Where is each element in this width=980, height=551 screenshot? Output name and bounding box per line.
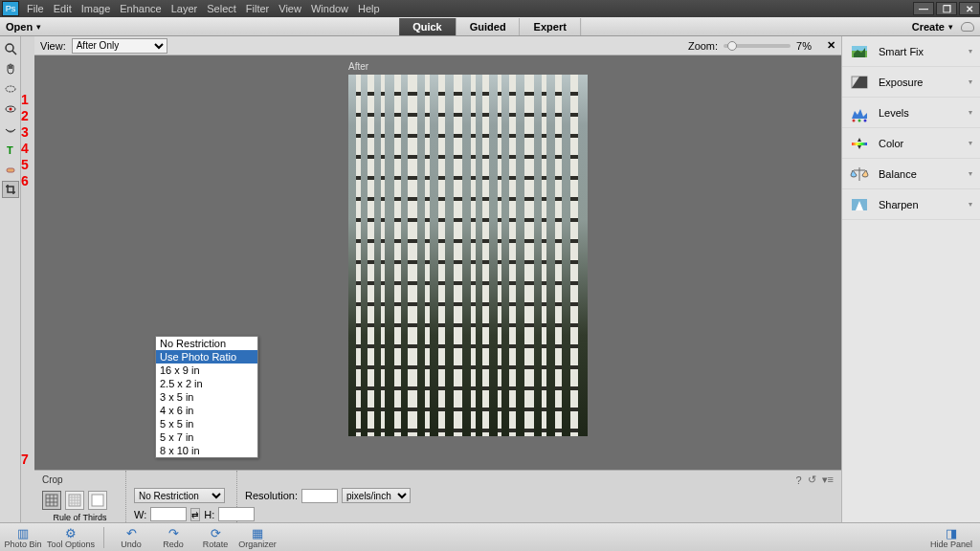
chevron-down-icon: ▾ [969, 139, 972, 147]
menu-image[interactable]: Image [81, 3, 111, 14]
preset-use-photo-ratio[interactable]: Use Photo Ratio [156, 350, 257, 364]
resolution-label: Resolution: [245, 490, 298, 501]
preset-8x10[interactable]: 8 x 10 in [156, 444, 257, 457]
zoom-tool-icon[interactable] [2, 40, 19, 57]
menu-edit[interactable]: Edit [54, 3, 72, 14]
tool-options-button[interactable]: ⚙Tool Options [46, 526, 96, 549]
photo-bin-icon: ▥ [17, 526, 29, 540]
panel-smart-fix[interactable]: Smart Fix▾ [842, 36, 980, 67]
view-bar: View: After Only Zoom: 7% ✕ [34, 36, 841, 55]
resolution-unit-select[interactable]: pixels/inch [342, 488, 411, 503]
annotation-numbers: 1 2 3 4 5 6 7 [21, 36, 34, 522]
panel-label: Exposure [879, 77, 923, 88]
organizer-icon: ▦ [252, 526, 263, 540]
hand-tool-icon[interactable] [2, 60, 19, 77]
panel-color[interactable]: Color▾ [842, 128, 980, 159]
mode-tabs: Quick Guided Expert [399, 18, 581, 35]
preset-5x7[interactable]: 5 x 7 in [156, 430, 257, 444]
create-chevron-icon[interactable]: ▾ [948, 22, 953, 32]
panel-sharpen[interactable]: Sharpen▾ [842, 189, 980, 220]
menu-filter[interactable]: Filter [246, 3, 269, 14]
undo-button[interactable]: ↶Undo [112, 526, 150, 549]
panel-label: Balance [879, 168, 917, 180]
zoom-slider-knob[interactable] [727, 41, 737, 51]
chevron-down-icon: ▾ [969, 169, 972, 178]
create-button[interactable]: Create [912, 21, 945, 33]
whiten-tool-icon[interactable] [2, 121, 19, 138]
menu-help[interactable]: Help [358, 3, 380, 14]
menu-layer[interactable]: Layer [171, 3, 198, 14]
menu-view[interactable]: View [278, 3, 301, 14]
mode-expert[interactable]: Expert [521, 18, 581, 35]
zoom-slider[interactable] [724, 44, 791, 48]
preset-5x5[interactable]: 5 x 5 in [156, 417, 257, 430]
open-button[interactable]: Open [6, 21, 33, 33]
overlay-none-icon[interactable] [88, 491, 107, 510]
document-image[interactable] [348, 75, 588, 436]
annotation-7: 7 [21, 452, 34, 468]
crop-tool-icon[interactable] [2, 181, 19, 198]
view-label: View: [40, 40, 66, 52]
cloud-icon[interactable] [961, 22, 974, 32]
svg-rect-19 [92, 495, 103, 506]
svg-point-0 [6, 44, 13, 52]
view-select[interactable]: After Only [72, 38, 167, 54]
close-button[interactable]: ✕ [959, 2, 980, 15]
overlay-grid-icon[interactable] [65, 491, 84, 510]
color-icon [850, 134, 869, 153]
rotate-button[interactable]: ⟳Rotate [196, 526, 234, 549]
smart-fix-icon [850, 42, 869, 61]
redo-button[interactable]: ↷Redo [154, 526, 192, 549]
healing-tool-icon[interactable] [2, 161, 19, 178]
svg-point-2 [6, 86, 15, 92]
selection-tool-icon[interactable] [2, 80, 19, 98]
menu-select[interactable]: Select [207, 3, 236, 14]
crop-preset-select[interactable]: No Restriction [134, 488, 225, 503]
options-menu-icon[interactable]: ▾≡ [822, 474, 834, 486]
rule-of-thirds-label: Rule of Thirds [42, 513, 118, 522]
adjustments-panel: Smart Fix▾ Exposure▾ Levels▾ Color▾ Bala… [841, 36, 980, 522]
help-icon[interactable]: ? [795, 474, 801, 486]
mode-guided[interactable]: Guided [457, 18, 521, 35]
menu-window[interactable]: Window [311, 3, 348, 14]
open-chevron-icon[interactable]: ▾ [36, 22, 41, 32]
minimize-button[interactable]: — [913, 2, 934, 15]
crop-preset-popup: No Restriction Use Photo Ratio 16 x 9 in… [155, 336, 258, 458]
preset-3x5[interactable]: 3 x 5 in [156, 390, 257, 404]
preset-no-restriction[interactable]: No Restriction [156, 337, 257, 350]
panel-label: Color [879, 138, 903, 149]
redeye-tool-icon[interactable] [2, 100, 19, 118]
height-label: H: [204, 509, 214, 520]
organizer-button[interactable]: ▦Organizer [238, 526, 277, 549]
swap-wh-icon[interactable]: ⇄ [190, 508, 200, 521]
mode-quick[interactable]: Quick [399, 18, 457, 35]
menu-enhance[interactable]: Enhance [120, 3, 161, 14]
balance-icon [850, 165, 869, 184]
resolution-input[interactable] [301, 489, 338, 503]
width-label: W: [134, 509, 146, 520]
preset-25x2[interactable]: 2.5 x 2 in [156, 377, 257, 390]
preset-16x9[interactable]: 16 x 9 in [156, 364, 257, 377]
tool-options-bar: Crop Rule of Thirds No Restriction W: ⇄ … [34, 470, 841, 522]
close-document-icon[interactable]: ✕ [827, 39, 835, 52]
photo-bin-button[interactable]: ▥Photo Bin [4, 526, 42, 549]
options-title: Crop [42, 474, 118, 485]
svg-rect-7 [46, 495, 57, 506]
overlay-thirds-icon[interactable] [42, 491, 61, 510]
panel-levels[interactable]: Levels▾ [842, 98, 980, 128]
width-input[interactable] [150, 507, 187, 521]
hide-panel-button[interactable]: ◨Hide Panel [926, 526, 976, 549]
undo-icon: ↶ [126, 526, 137, 540]
maximize-button[interactable]: ❐ [936, 2, 957, 15]
preset-4x6[interactable]: 4 x 6 in [156, 404, 257, 417]
svg-rect-6 [7, 168, 14, 172]
text-tool-icon[interactable]: T [2, 141, 19, 158]
zoom-label: Zoom: [688, 40, 718, 52]
panel-balance[interactable]: Balance▾ [842, 159, 980, 189]
menu-bar: File Edit Image Enhance Layer Select Fil… [21, 3, 380, 14]
tool-options-icon: ⚙ [65, 526, 77, 540]
svg-point-24 [858, 119, 861, 121]
menu-file[interactable]: File [27, 3, 44, 14]
reset-icon[interactable]: ↺ [808, 474, 816, 486]
panel-exposure[interactable]: Exposure▾ [842, 67, 980, 98]
